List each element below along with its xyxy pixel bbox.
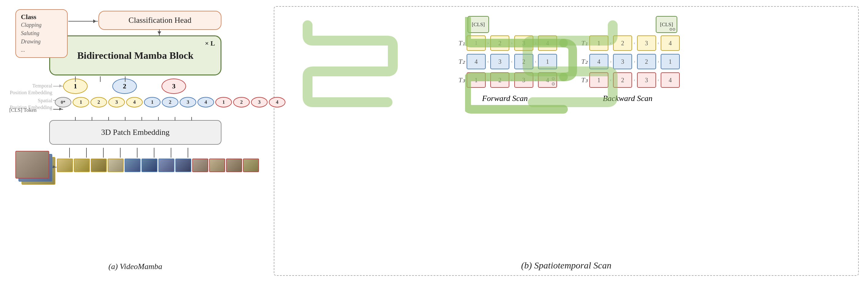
arrow-patch-to-tok-1 xyxy=(75,117,76,121)
forward-cls-box: [CLS] xyxy=(467,16,489,33)
arrow-t3-up xyxy=(125,76,125,82)
s1-t1-3: 3 xyxy=(108,97,125,108)
arrow-t1-up xyxy=(75,76,76,82)
arrow-patch-to-tok-4 xyxy=(125,117,125,121)
arrow-up-3 xyxy=(103,148,104,158)
temporal-pos-label: Temporal Position Embedding xyxy=(9,83,52,96)
backward-cls-box: [CLS] ⊙⊙ xyxy=(656,16,677,33)
arrow-clf-down xyxy=(159,29,160,36)
bwd-t1-p4: 4 xyxy=(661,35,680,51)
arrow-patch-to-tok-7 xyxy=(175,117,175,121)
bwd-t1-p3: 3 xyxy=(637,35,656,51)
bwd-t1-p1: 1 xyxy=(589,35,609,51)
forward-cls: [CLS] xyxy=(467,16,489,33)
eyes-bwd: ⊙⊙ xyxy=(669,27,676,32)
bwd-t1-p2: 2 xyxy=(613,35,632,51)
forward-t1-label: T₁ xyxy=(453,39,465,47)
left-diagram: Class Clapping Saluting Drawing ... Clas… xyxy=(9,6,261,276)
arrow-up-6 xyxy=(154,148,154,158)
fwd-t2-p1: 1 xyxy=(538,54,557,69)
thumb-b1 xyxy=(125,159,141,172)
bwd-t2-p2: 2 xyxy=(637,54,656,69)
bwd-t3-p4: 4 xyxy=(661,72,680,88)
backward-row-t1: T₁ 1 ‹ 2 ‹ 3 ‹ 4 xyxy=(576,35,680,51)
arrow-cls-label xyxy=(53,109,63,110)
backward-t1-label: T₁ xyxy=(576,39,588,47)
right-caption: (b) Spatiotemporal Scan xyxy=(521,260,611,271)
thumb-r3 xyxy=(226,159,242,172)
s1-t1-1: 1 xyxy=(72,97,89,108)
backward-row-t2: T₂ 4 › 3 › 2 › 1 xyxy=(576,54,680,69)
forward-row-t3: T₃ 1 › 2 › 3 › 4 ⊙⊙ xyxy=(453,72,557,88)
mamba-block: Bidirectional Mamba Block × L xyxy=(49,35,221,76)
thumb-y3 xyxy=(91,159,107,172)
s1-t2-1: 1 xyxy=(144,97,160,108)
forward-rows: T₁ 1 › 2 › 3 › 4 T₂ 4 xyxy=(453,35,557,88)
forward-t2-label: T₂ xyxy=(453,58,465,65)
fwd-t2-p2: 2 xyxy=(514,54,533,69)
fwd-t1-p2: 2 xyxy=(490,35,509,51)
arrow-temporal-label xyxy=(53,86,63,86)
thumb-b3 xyxy=(158,159,175,172)
s1-t1-4: 4 xyxy=(126,97,143,108)
bwd-t2-p1: 1 xyxy=(661,54,680,69)
bwd-t3-p1: 1 xyxy=(589,72,609,88)
arrow-patch-to-tok-3 xyxy=(108,117,109,121)
thumb-y2 xyxy=(74,159,90,172)
fwd-t3-p1: 1 xyxy=(467,72,486,88)
patch-embed-box: 3D Patch Embedding xyxy=(49,120,221,145)
class-title: Class xyxy=(21,13,62,21)
bwd-t3-p2: 2 xyxy=(613,72,632,88)
bwd-t2-p3: 3 xyxy=(613,54,632,69)
forward-scan: [CLS] xyxy=(453,16,557,257)
arrow-up-2 xyxy=(86,148,87,158)
arrow-up-5 xyxy=(137,148,137,158)
times-l-label: × L xyxy=(205,39,215,48)
class-items: Clapping Saluting Drawing ... xyxy=(21,21,62,54)
arrow-t2-up xyxy=(100,76,100,82)
spatial-token-row-1: 0* 1 2 3 4 1 2 3 4 1 2 3 4 xyxy=(55,97,285,108)
fwd-t1-p1: 1 xyxy=(467,35,486,51)
cls-token-label: [CLS] Token xyxy=(9,107,37,113)
backward-rows: T₁ 1 ‹ 2 ‹ 3 ‹ 4 T₂ 4 › 3 xyxy=(576,35,680,88)
thumb-r2 xyxy=(209,159,225,172)
thumb-y1 xyxy=(57,159,73,172)
class-box: Class Clapping Saluting Drawing ... xyxy=(16,9,68,58)
arrow-up-4 xyxy=(120,148,121,158)
video-thumbs xyxy=(57,159,259,172)
thumb-b4 xyxy=(175,159,191,172)
temporal-token-2: 2 xyxy=(112,79,137,94)
forward-row-t1: T₁ 1 › 2 › 3 › 4 xyxy=(453,35,557,51)
backward-t3-label: T₃ xyxy=(576,76,588,84)
s1-t3-1: 1 xyxy=(215,97,232,108)
right-diagram: [CLS] xyxy=(274,6,859,276)
thumb-b2 xyxy=(142,159,157,172)
s1-t3-4: 4 xyxy=(269,97,285,108)
left-caption: (a) VideoMamba xyxy=(108,262,162,271)
arrow-up-1 xyxy=(69,148,70,158)
thumb-y4 xyxy=(107,159,124,172)
temporal-token-3: 3 xyxy=(161,79,186,94)
s1-t3-2: 2 xyxy=(233,97,250,108)
backward-t2-label: T₂ xyxy=(576,58,588,65)
fwd-t2-p4: 4 xyxy=(467,54,486,69)
bwd-t3-p3: 3 xyxy=(637,72,656,88)
fwd-t3-p2: 2 xyxy=(490,72,509,88)
arrow-up-8 xyxy=(188,148,188,158)
classification-head-box: Classification Head xyxy=(98,11,221,30)
arrow-patch-to-tok-8 xyxy=(191,117,192,121)
fwd-t1-p3: 3 xyxy=(514,35,533,51)
thumb-r4 xyxy=(243,159,259,172)
forward-t3-label: T₃ xyxy=(453,76,465,84)
backward-title: Backward Scan xyxy=(603,94,653,103)
bwd-t2-p4: 4 xyxy=(589,54,609,69)
scan-container: [CLS] xyxy=(284,13,849,257)
stack-img-front xyxy=(16,151,49,178)
forward-row-t2: T₂ 4 ‹ 3 ‹ 2 ‹ 1 xyxy=(453,54,557,69)
forward-title: Forward Scan xyxy=(482,94,528,103)
s1-t2-3: 3 xyxy=(180,97,196,108)
arrow-patch-to-tok-2 xyxy=(92,117,92,121)
fwd-t2-p3: 3 xyxy=(490,54,509,69)
arrow-up-7 xyxy=(171,148,171,158)
s1-t3-3: 3 xyxy=(251,97,268,108)
